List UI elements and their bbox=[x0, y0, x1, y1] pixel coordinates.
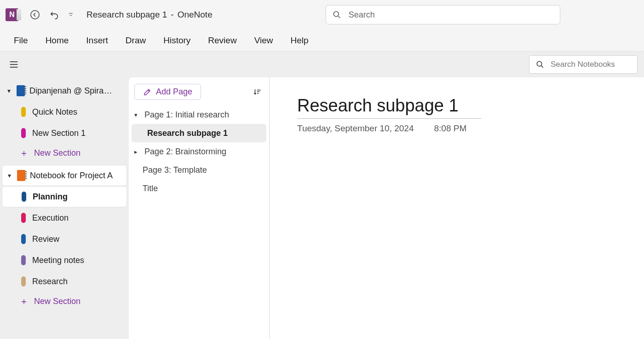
main-area: ▾ Dipanjenah @ Spiral… Quick Notes New S… bbox=[0, 77, 644, 339]
hamburger-icon bbox=[9, 61, 18, 68]
page-item[interactable]: ▸ Page 2: Brainstorming bbox=[132, 142, 266, 161]
tab-home[interactable]: Home bbox=[45, 34, 70, 47]
back-button[interactable] bbox=[27, 6, 43, 23]
tab-history[interactable]: History bbox=[162, 34, 191, 47]
section-color-swatch bbox=[21, 128, 26, 138]
page-label: Page 2: Brainstorming bbox=[144, 147, 226, 157]
window-title: Research subpage 1 - OneNote bbox=[86, 10, 213, 20]
section-item-meeting-notes[interactable]: Meeting notes bbox=[2, 250, 127, 271]
page-label: Title bbox=[143, 184, 158, 193]
section-label: Execution bbox=[32, 213, 69, 223]
section-label: Planning bbox=[33, 192, 68, 202]
undo-button[interactable] bbox=[46, 6, 63, 23]
chevron-down-icon: ▾ bbox=[6, 87, 12, 94]
search-icon bbox=[333, 10, 341, 19]
compose-icon bbox=[143, 88, 151, 96]
new-section-button[interactable]: ＋ New Section bbox=[2, 292, 127, 310]
chevron-down-bar-icon bbox=[68, 12, 74, 18]
svg-point-0 bbox=[31, 11, 39, 19]
notebook-header[interactable]: ▾ Notebook for Project A bbox=[2, 165, 127, 186]
page-label: Research subpage 1 bbox=[147, 129, 228, 138]
window-title-separator: - bbox=[171, 10, 173, 20]
section-label: Quick Notes bbox=[32, 107, 77, 117]
chevron-down-icon: ▾ bbox=[134, 111, 141, 118]
section-color-swatch bbox=[21, 107, 26, 117]
section-color-swatch bbox=[21, 276, 26, 286]
svg-point-2 bbox=[537, 61, 542, 66]
new-section-label: New Section bbox=[34, 297, 80, 306]
page-label: Page 1: Initial research bbox=[144, 110, 229, 120]
search-notebooks-input[interactable] bbox=[550, 59, 623, 70]
nav-toggle-button[interactable] bbox=[6, 57, 21, 72]
plus-icon: ＋ bbox=[19, 295, 28, 308]
window-title-app: OneNote bbox=[178, 10, 213, 20]
section-color-swatch bbox=[21, 234, 26, 244]
sort-pages-button[interactable] bbox=[251, 86, 264, 99]
global-search-input[interactable] bbox=[348, 10, 553, 20]
tab-help[interactable]: Help bbox=[289, 34, 309, 47]
tab-file[interactable]: File bbox=[13, 34, 29, 47]
notebook-icon bbox=[17, 170, 25, 181]
undo-icon bbox=[49, 10, 59, 20]
add-page-label: Add Page bbox=[156, 87, 192, 97]
notebook-icon bbox=[17, 85, 25, 96]
section-item-planning[interactable]: Planning bbox=[2, 186, 127, 207]
search-notebooks[interactable] bbox=[529, 55, 638, 74]
section-item-execution[interactable]: Execution bbox=[2, 207, 127, 228]
section-item-research[interactable]: Research bbox=[2, 271, 127, 292]
section-label: Research bbox=[32, 277, 68, 286]
page-canvas[interactable]: Research subpage 1 Tuesday, September 10… bbox=[270, 77, 644, 339]
page-item[interactable]: Research subpage 1 bbox=[132, 124, 266, 142]
chevron-down-icon: ▾ bbox=[6, 172, 12, 179]
section-label: Meeting notes bbox=[32, 256, 84, 265]
svg-point-1 bbox=[334, 12, 339, 17]
page-title[interactable]: Research subpage 1 bbox=[297, 96, 481, 119]
section-item-review[interactable]: Review bbox=[2, 228, 127, 250]
plus-icon: ＋ bbox=[19, 147, 28, 159]
page-list: Add Page ▾ Page 1: Initial research Rese… bbox=[129, 77, 270, 339]
section-label: New Section 1 bbox=[32, 129, 86, 138]
global-search[interactable] bbox=[326, 5, 560, 24]
sort-icon bbox=[253, 88, 261, 96]
tab-insert[interactable]: Insert bbox=[85, 34, 109, 47]
page-meta: Tuesday, September 10, 2024 8:08 PM bbox=[297, 123, 616, 134]
customize-quick-access-button[interactable] bbox=[65, 6, 76, 23]
new-section-button[interactable]: ＋ New Section bbox=[2, 144, 127, 162]
page-label: Page 3: Template bbox=[143, 165, 207, 175]
section-item-new-section-1[interactable]: New Section 1 bbox=[2, 123, 127, 144]
section-color-swatch bbox=[22, 192, 26, 202]
page-time[interactable]: 8:08 PM bbox=[434, 123, 467, 134]
tab-review[interactable]: Review bbox=[207, 34, 237, 47]
page-date[interactable]: Tuesday, September 10, 2024 bbox=[297, 123, 414, 134]
ribbon-tabs: File Home Insert Draw History Review Vie… bbox=[0, 29, 644, 52]
sub-bar bbox=[0, 52, 644, 77]
search-icon bbox=[536, 60, 544, 69]
section-color-swatch bbox=[21, 213, 26, 223]
notebook-label: Notebook for Project A bbox=[30, 171, 113, 181]
title-bar: N Research subpage 1 - OneNote bbox=[0, 0, 644, 29]
notebook-sidebar: ▾ Dipanjenah @ Spiral… Quick Notes New S… bbox=[0, 77, 129, 339]
chevron-right-icon: ▸ bbox=[134, 148, 141, 155]
page-item[interactable]: Page 3: Template bbox=[132, 161, 266, 179]
tab-draw[interactable]: Draw bbox=[125, 34, 147, 47]
section-item-quick-notes[interactable]: Quick Notes bbox=[2, 101, 127, 123]
notebook-header[interactable]: ▾ Dipanjenah @ Spiral… bbox=[2, 80, 127, 101]
notebook-label: Dipanjenah @ Spiral… bbox=[29, 86, 112, 96]
tab-view[interactable]: View bbox=[253, 34, 274, 47]
section-label: Review bbox=[32, 234, 59, 244]
app-logo: N bbox=[6, 8, 18, 21]
back-arrow-icon bbox=[30, 10, 40, 20]
section-color-swatch bbox=[21, 255, 26, 265]
add-page-button[interactable]: Add Page bbox=[134, 84, 201, 100]
window-title-page: Research subpage 1 bbox=[86, 10, 167, 20]
page-item[interactable]: ▾ Page 1: Initial research bbox=[132, 105, 266, 124]
new-section-label: New Section bbox=[34, 148, 80, 158]
page-item[interactable]: Title bbox=[132, 179, 266, 198]
